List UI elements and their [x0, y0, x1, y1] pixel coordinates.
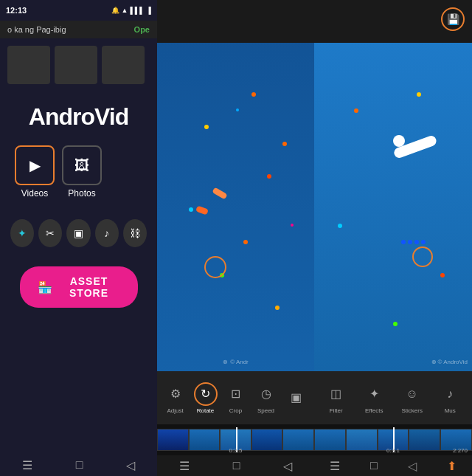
adjust-tool[interactable]: ⚙ Adjust — [164, 382, 187, 414]
blue-dot-3 — [414, 240, 419, 244]
asset-store-button[interactable]: 🏪 ASSET STORE — [20, 266, 138, 308]
notification-bar: o ka ng Pag-ibig Ope — [0, 21, 157, 38]
overlay-tool-button[interactable]: ▣ — [66, 219, 90, 247]
game-dot-3 — [267, 174, 271, 179]
videos-icon: ▶ — [15, 145, 55, 185]
thumbnail-3[interactable] — [102, 46, 145, 84]
watermark-2: ⊗ © Andr — [223, 359, 249, 365]
tl3-seg-1 — [314, 429, 346, 451]
nav-bar-1: ☰ □ ◁ — [0, 454, 157, 476]
crop-tool[interactable]: ⊡ Crop — [224, 382, 248, 414]
toolbar-3: ◫ Filter ✦ Effects ☺ Stickers ♪ Mus — [314, 371, 472, 424]
audio-tool-button[interactable]: ♪ — [95, 219, 119, 247]
game-video-screen: ⊗ © Andr — [157, 43, 314, 371]
timeline-seg-5 — [282, 429, 314, 451]
notification-icon: 🔔 — [111, 7, 119, 14]
game-dot-3-3 — [338, 224, 342, 228]
menu-icon-3[interactable]: ☰ — [330, 459, 340, 473]
thumbnail-row — [0, 38, 157, 89]
media-buttons: ▶ Videos 🖼 Photos — [0, 138, 157, 206]
logo-area: AndroVid — [0, 89, 157, 138]
thumbnail-2[interactable] — [55, 46, 97, 84]
watermark-3: ⊗ © AndroVid — [431, 359, 468, 365]
magic-tool-button[interactable]: ✦ — [10, 219, 34, 247]
game-dot-3-2 — [417, 92, 421, 97]
extra-nav-icon[interactable]: ⬆ — [447, 459, 457, 473]
photos-icon: 🖼 — [62, 145, 102, 185]
app-logo: AndroVid — [29, 103, 128, 131]
effects-tool[interactable]: ✦ Effects — [362, 382, 386, 414]
crop-label: Crop — [229, 407, 242, 414]
filter-tool[interactable]: ◫ Filter — [324, 382, 348, 414]
snake-seg-2 — [195, 205, 209, 215]
tools-row: ✦ ✂ ▣ ♪ ⛓ — [0, 212, 157, 255]
tl3-seg-2 — [346, 429, 378, 451]
crop-icon: ⊡ — [224, 382, 248, 406]
highlight-circle-2 — [204, 256, 226, 278]
highlight-circle-3 — [412, 246, 433, 267]
rotate-tool[interactable]: ↻ Rotate — [194, 382, 218, 414]
back-icon[interactable]: ◁ — [126, 458, 135, 472]
speed-tool[interactable]: ◷ Speed — [254, 382, 278, 414]
back-icon-2[interactable]: ◁ — [283, 459, 292, 473]
panel-androvid-home: 12:13 🔔 ▲ ▌▌▌ ▐ o ka ng Pag-ibig Ope And… — [0, 0, 157, 476]
rotate-label: Rotate — [197, 407, 215, 414]
status-time: 12:13 — [6, 6, 27, 15]
menu-icon-2[interactable]: ☰ — [179, 459, 190, 473]
toolbar-2: ⚙ Adjust ↻ Rotate ⊡ Crop ◷ Speed ▣ — [157, 371, 314, 424]
game-dot-8 — [275, 306, 280, 310]
timeline-2[interactable]: 0:3.5 — [157, 424, 314, 455]
timeline-seg-4 — [251, 429, 283, 451]
blue-dots-row — [401, 240, 426, 244]
rotate-icon: ↻ — [194, 382, 218, 406]
save-button[interactable]: 💾 — [441, 7, 465, 31]
asset-store-icon: 🏪 — [38, 280, 52, 294]
cut-tool-button[interactable]: ✂ — [38, 219, 62, 247]
effects-icon: ✦ — [362, 382, 386, 406]
home-icon-2[interactable]: □ — [233, 459, 240, 472]
nav-bar-2: ☰ □ ◁ — [157, 455, 314, 476]
music-icon: ♪ — [438, 382, 462, 406]
videos-label: Videos — [21, 188, 48, 199]
stickers-tool[interactable]: ☺ Stickers — [400, 382, 424, 414]
filter-icon: ◫ — [324, 382, 348, 406]
speed-icon: ◷ — [254, 382, 278, 406]
adjust-icon: ⚙ — [164, 382, 187, 406]
wifi-icon: ▲ — [122, 7, 128, 14]
link-tool-button[interactable]: ⛓ — [123, 219, 147, 247]
blue-dot-1 — [401, 240, 406, 244]
music-tool[interactable]: ♪ Mus — [438, 382, 462, 414]
blue-dot-2 — [408, 240, 412, 244]
home-icon[interactable]: □ — [76, 458, 83, 472]
top-bar-3: 💾 — [314, 0, 472, 43]
blue-dot-4 — [421, 240, 426, 244]
time-label-3: 0:3.1 — [386, 447, 400, 454]
videos-button[interactable]: ▶ Videos — [15, 145, 55, 199]
snake-head — [393, 135, 405, 147]
game-elements — [157, 43, 314, 371]
game-dot-3-4 — [440, 273, 445, 277]
game-dot-2 — [204, 125, 209, 129]
total-time-label: 2:270 — [453, 447, 468, 454]
asset-store-label: ASSET STORE — [58, 275, 120, 299]
time-label-2: 0:3.5 — [229, 447, 243, 454]
menu-icon[interactable]: ☰ — [22, 458, 32, 472]
timeline-3[interactable]: 0:3.1 2:270 — [314, 424, 472, 455]
music-label: Mus — [445, 407, 456, 414]
game-dot-9 — [236, 108, 239, 111]
notification-open-btn[interactable]: Ope — [134, 25, 150, 34]
extra-tool[interactable]: ▣ — [285, 385, 308, 410]
timeline-seg-2 — [189, 429, 221, 451]
stickers-icon: ☺ — [400, 382, 424, 406]
photos-button[interactable]: 🖼 Photos — [62, 145, 102, 199]
status-icons: 🔔 ▲ ▌▌▌ ▐ — [111, 7, 151, 14]
game-dot-3-1 — [354, 108, 358, 113]
tl3-seg-4 — [409, 429, 440, 451]
game-dot-10 — [291, 224, 294, 227]
home-icon-3[interactable]: □ — [370, 459, 378, 472]
game-video-screen-3: ⊗ © AndroVid — [314, 43, 472, 371]
speed-label: Speed — [257, 407, 274, 414]
thumbnail-1[interactable] — [7, 46, 50, 84]
photos-label: Photos — [68, 188, 95, 199]
back-icon-3[interactable]: ◁ — [408, 459, 417, 473]
